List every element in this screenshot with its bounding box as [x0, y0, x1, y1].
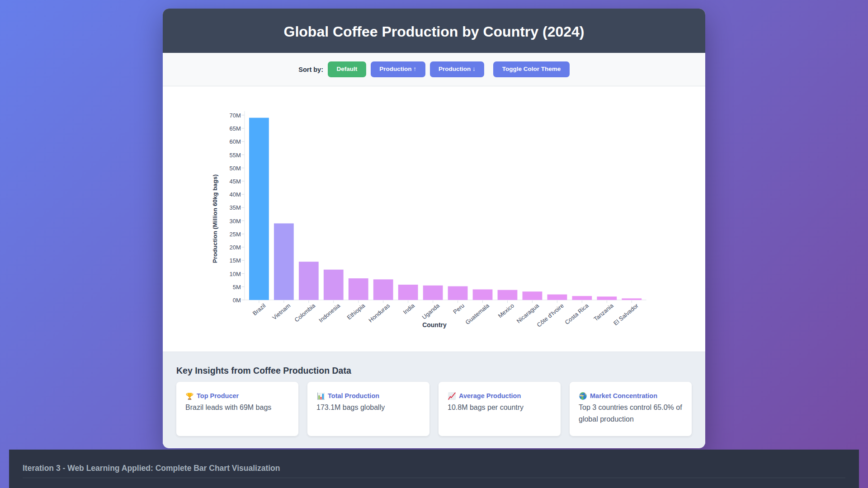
svg-text:Country: Country [422, 321, 447, 328]
svg-text:Peru: Peru [452, 302, 466, 315]
svg-text:30M: 30M [230, 218, 241, 225]
svg-text:60M: 60M [230, 138, 241, 145]
svg-text:Tanzania: Tanzania [592, 302, 615, 322]
svg-text:Vietnam: Vietnam [271, 302, 292, 321]
svg-text:20M: 20M [230, 244, 241, 251]
svg-text:Guatemala: Guatemala [464, 302, 491, 326]
svg-text:65M: 65M [230, 125, 241, 132]
svg-text:Ethiopia: Ethiopia [346, 302, 367, 321]
svg-text:25M: 25M [230, 231, 241, 238]
svg-text:Honduras: Honduras [367, 302, 391, 324]
svg-text:Colombia: Colombia [293, 302, 317, 323]
svg-text:0M: 0M [233, 297, 241, 304]
svg-text:50M: 50M [230, 165, 241, 172]
svg-text:Nicaragua: Nicaragua [515, 302, 541, 324]
svg-text:El Salvador: El Salvador [612, 302, 640, 327]
svg-text:35M: 35M [230, 204, 241, 211]
svg-text:70M: 70M [230, 112, 241, 119]
svg-text:Brazil: Brazil [251, 302, 267, 317]
svg-text:5M: 5M [233, 284, 241, 291]
svg-text:India: India [402, 302, 416, 315]
svg-text:40M: 40M [230, 191, 241, 198]
svg-text:Costa Rica: Costa Rica [563, 302, 590, 326]
svg-text:Mexico: Mexico [497, 302, 515, 319]
svg-text:10M: 10M [230, 271, 241, 277]
svg-text:Production (Million 60kg bags): Production (Million 60kg bags) [212, 174, 218, 263]
svg-text:15M: 15M [230, 257, 241, 264]
svg-text:45M: 45M [230, 178, 241, 185]
svg-text:Indonesia: Indonesia [317, 302, 341, 324]
svg-text:55M: 55M [230, 152, 241, 159]
svg-text:Côte d'Ivoire: Côte d'Ivoire [536, 302, 565, 328]
svg-text:Uganda: Uganda [421, 302, 441, 320]
